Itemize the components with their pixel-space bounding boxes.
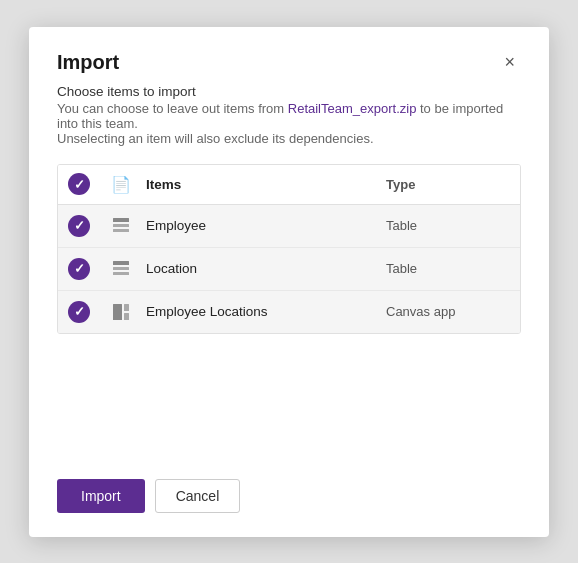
check-icon [68, 215, 90, 237]
import-button[interactable]: Import [57, 479, 145, 513]
dialog-footer: Import Cancel [57, 469, 521, 513]
header-type: Type [380, 173, 520, 196]
dialog-header: Import × [57, 51, 521, 74]
svg-rect-8 [124, 313, 129, 320]
row-employee-check-cell[interactable] [58, 215, 100, 237]
svg-rect-4 [113, 267, 129, 270]
table-row: Employee Locations Canvas app [58, 291, 520, 333]
close-button[interactable]: × [498, 51, 521, 73]
svg-rect-5 [113, 272, 129, 275]
svg-rect-0 [113, 218, 129, 222]
row-employee-name: Employee [142, 218, 380, 233]
dialog-subtitle: Choose items to import [57, 84, 521, 99]
dialog-description: You can choose to leave out items from R… [57, 101, 521, 146]
header-items: Items [142, 173, 380, 196]
svg-rect-7 [124, 304, 129, 311]
svg-rect-1 [113, 224, 129, 227]
description-note: Unselecting an item will also exclude it… [57, 131, 374, 146]
table-row: Employee Table [58, 205, 520, 248]
export-file-link[interactable]: RetailTeam_export.zip [288, 101, 417, 116]
row-location-icon-cell [100, 260, 142, 278]
canvas-icon [112, 303, 130, 321]
table-icon [112, 260, 130, 278]
header-check-icon [68, 173, 90, 195]
row-employee-locations-type: Canvas app [380, 304, 520, 319]
row-employee-locations-icon-cell [100, 303, 142, 321]
row-employee-type: Table [380, 218, 520, 233]
cancel-button[interactable]: Cancel [155, 479, 241, 513]
import-dialog: Import × Choose items to import You can … [29, 27, 549, 537]
row-employee-locations-check-cell[interactable] [58, 301, 100, 323]
table-icon [112, 217, 130, 235]
table-row: Location Table [58, 248, 520, 291]
svg-rect-6 [113, 304, 122, 320]
header-check-cell [58, 173, 100, 195]
check-icon [68, 301, 90, 323]
items-table: 📄 Items Type Employee Table [57, 164, 521, 334]
row-employee-icon-cell [100, 217, 142, 235]
svg-rect-2 [113, 229, 129, 232]
row-location-name: Location [142, 261, 380, 276]
row-employee-locations-name: Employee Locations [142, 304, 380, 319]
table-header-row: 📄 Items Type [58, 165, 520, 205]
check-icon [68, 258, 90, 280]
row-location-check-cell[interactable] [58, 258, 100, 280]
header-doc-icon: 📄 [111, 175, 131, 194]
header-icon-cell: 📄 [100, 175, 142, 194]
dialog-title: Import [57, 51, 119, 74]
svg-rect-3 [113, 261, 129, 265]
row-location-type: Table [380, 261, 520, 276]
description-text-1: You can choose to leave out items from [57, 101, 288, 116]
